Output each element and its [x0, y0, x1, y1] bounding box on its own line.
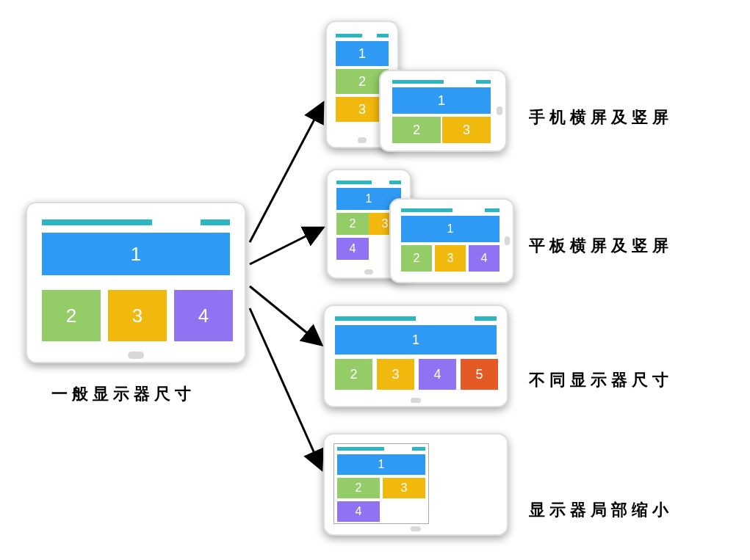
header-bar-right — [412, 447, 425, 451]
header-bar — [401, 208, 452, 212]
header-bar — [335, 316, 416, 321]
home-button-icon — [364, 269, 373, 274]
header-bar-right — [476, 80, 491, 84]
header-bar — [392, 80, 444, 84]
layout-block-1: 1 — [336, 41, 389, 66]
layout-block-2: 2 — [42, 290, 101, 341]
layout-block-4: 4 — [174, 290, 233, 341]
header-bar — [336, 181, 372, 184]
svg-line-1 — [250, 228, 323, 264]
home-button-icon — [128, 352, 144, 359]
home-button-icon — [411, 526, 421, 531]
layout-block-4: 4 — [419, 359, 456, 390]
header-bar — [337, 447, 384, 451]
screen: 1 2 3 4 — [398, 206, 502, 276]
svg-line-2 — [250, 286, 322, 345]
layout-block-2: 2 — [401, 245, 432, 272]
layout-block-2: 2 — [335, 359, 372, 390]
layout-block-3: 3 — [435, 245, 466, 272]
layout-block-2: 2 — [336, 213, 369, 235]
svg-line-0 — [250, 103, 323, 242]
layout-block-1: 1 — [335, 325, 497, 354]
device-different-monitor: 1 2 3 4 5 — [323, 305, 508, 407]
screen: 1 2 3 — [389, 77, 494, 145]
layout-block-3: 3 — [108, 290, 167, 341]
svg-line-3 — [250, 308, 322, 470]
caption-main: 一般显示器尺寸 — [51, 383, 195, 405]
device-main-monitor: 1 2 3 4 — [26, 202, 246, 363]
layout-block-4: 4 — [469, 245, 500, 272]
header-bar-right — [201, 219, 230, 225]
layout-block-1: 1 — [401, 216, 500, 242]
home-button-icon — [497, 106, 502, 115]
header-bar-right — [485, 208, 500, 212]
caption-tablet: 平板横屏及竖屏 — [529, 235, 673, 257]
layout-block-1: 1 — [42, 233, 230, 275]
screen: 1 2 3 4 — [37, 214, 234, 347]
layout-block-1: 1 — [337, 454, 425, 475]
header-bar — [42, 219, 152, 225]
screen: 1 2 3 4 5 — [332, 313, 500, 396]
layout-block-2: 2 — [337, 478, 380, 498]
device-monitor-shrunk: 1 2 3 4 — [323, 433, 508, 536]
home-button-icon — [505, 236, 510, 245]
home-button-icon — [411, 398, 421, 403]
header-bar-right — [475, 316, 497, 321]
caption-monitor: 不同显示器尺寸 — [529, 369, 673, 391]
layout-block-5: 5 — [461, 359, 498, 390]
screen: 1 2 3 4 — [332, 442, 500, 524]
header-bar-right — [377, 34, 389, 37]
layout-block-1: 1 — [392, 87, 491, 114]
device-phone-landscape: 1 2 3 — [379, 70, 507, 152]
layout-block-3: 3 — [442, 117, 491, 143]
device-tablet-landscape: 1 2 3 4 — [389, 198, 514, 283]
layout-block-2: 2 — [392, 117, 441, 143]
layout-block-4: 4 — [337, 501, 380, 522]
caption-shrink: 显示器局部缩小 — [529, 499, 673, 521]
viewport-inner: 1 2 3 4 — [333, 443, 429, 524]
layout-block-4: 4 — [336, 238, 369, 260]
header-bar — [336, 34, 362, 37]
caption-phone: 手机横屏及竖屏 — [529, 106, 673, 128]
layout-block-3: 3 — [383, 478, 425, 498]
home-button-icon — [358, 137, 367, 143]
layout-block-3: 3 — [377, 359, 414, 390]
header-bar-right — [389, 181, 401, 184]
